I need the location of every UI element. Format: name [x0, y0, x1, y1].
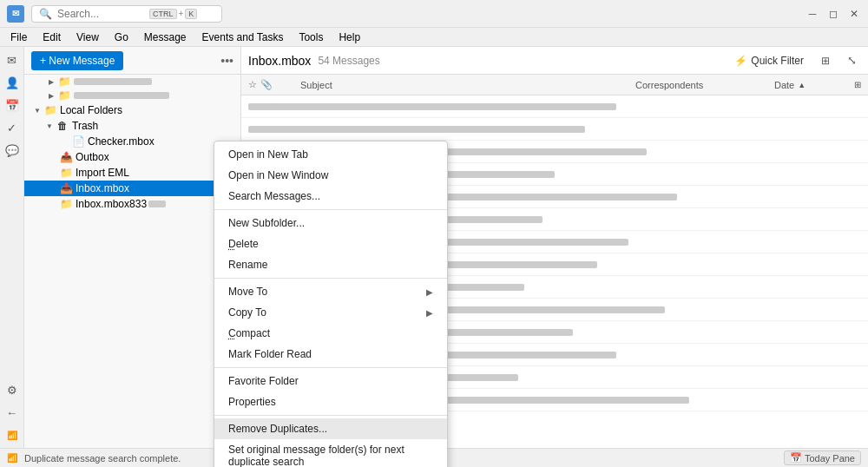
- tree-item-checker[interactable]: 📄 Checker.mbox: [24, 134, 240, 149]
- menu-events[interactable]: Events and Tasks: [195, 30, 291, 45]
- tree-item-blurred1[interactable]: ▶ 📁: [24, 75, 240, 89]
- sort-arrow-icon: ▲: [798, 81, 806, 89]
- attach-col-icon: 📎: [260, 79, 273, 90]
- statusbar-right: 📅 Today Pane: [784, 451, 861, 465]
- row-content: [248, 126, 585, 133]
- ctx-favorite-folder-label: Favorite Folder: [228, 375, 299, 387]
- checker-label: Checker.mbox: [88, 135, 155, 148]
- sidebar-more-icon[interactable]: •••: [220, 54, 233, 68]
- trash-icon: 🗑: [56, 121, 69, 131]
- import-eml-label: Import EML: [76, 167, 129, 179]
- ctx-search-messages[interactable]: Search Messages...: [214, 186, 447, 207]
- menu-tools[interactable]: Tools: [292, 30, 330, 45]
- inbox-icon: 📥: [59, 183, 73, 194]
- address-book-icon[interactable]: 👤: [3, 73, 22, 92]
- import-eml-icon: 📁: [59, 168, 73, 178]
- checker-icon: 📄: [71, 136, 85, 147]
- ctx-copy-to[interactable]: Copy To ▶: [214, 302, 447, 323]
- titlebar-left: ✉ 🔍 CTRL + K: [7, 5, 222, 23]
- signal-icon[interactable]: 📶: [3, 425, 22, 444]
- ctx-delete[interactable]: Delete: [214, 234, 447, 254]
- col-options-icon[interactable]: ⊞: [854, 80, 861, 89]
- menu-file[interactable]: File: [3, 30, 34, 45]
- th-correspondents[interactable]: Correspondents: [635, 80, 774, 90]
- ctx-mark-folder-read[interactable]: Mark Folder Read: [214, 344, 447, 365]
- date-label: Date: [774, 80, 794, 90]
- outbox-icon: 📤: [59, 152, 73, 162]
- ctx-remove-duplicates[interactable]: Remove Duplicates...: [214, 418, 447, 439]
- table-row[interactable]: [241, 95, 868, 118]
- ctx-properties[interactable]: Properties: [214, 391, 447, 412]
- ctx-set-original[interactable]: Set original message folder(s) for next …: [214, 439, 447, 467]
- today-pane-label: Today Pane: [805, 453, 855, 464]
- th-subject[interactable]: Subject: [300, 80, 635, 90]
- blurred-label2: [74, 92, 169, 99]
- today-pane-button[interactable]: 📅 Today Pane: [784, 451, 861, 465]
- new-message-button[interactable]: + New Message: [31, 51, 123, 70]
- sidebar: + New Message ••• ▶ 📁 ▶ 📁 ▼ 📁 Local Fold…: [24, 47, 241, 448]
- context-menu: Open in New Tab Open in New Window Searc…: [214, 141, 448, 467]
- restore-icon[interactable]: ◻: [826, 7, 840, 21]
- quick-filter-button[interactable]: ⚡ Quick Filter: [729, 53, 809, 69]
- quick-filter-label: Quick Filter: [751, 55, 804, 67]
- menu-help[interactable]: Help: [332, 30, 367, 45]
- row-content: [248, 103, 616, 110]
- icon-bar: ✉ 👤 📅 ✓ 💬 ⚙ ← 📶: [0, 47, 24, 448]
- menu-edit[interactable]: Edit: [36, 30, 68, 45]
- th-icons: ☆ 📎: [248, 79, 300, 90]
- tree-item-blurred2[interactable]: ▶ 📁: [24, 89, 240, 102]
- ctx-set-original-label: Set original message folder(s) for next …: [228, 444, 433, 467]
- ctx-move-to-arrow-icon: ▶: [426, 287, 433, 297]
- tree-item-inbox[interactable]: 📥 Inbox.mbox 16: [24, 181, 240, 196]
- tree-item-trash[interactable]: ▼ 🗑 Trash: [24, 118, 240, 134]
- calendar-icon[interactable]: 📅: [3, 95, 22, 115]
- ctx-separator1: [214, 209, 447, 210]
- trash-toggle: ▼: [43, 122, 56, 130]
- tasks-icon[interactable]: ✓: [3, 118, 22, 137]
- sidebar-toolbar: + New Message •••: [24, 47, 240, 75]
- ctx-move-to[interactable]: Move To ▶: [214, 281, 447, 302]
- tree-item-import-eml[interactable]: 📁 Import EML 8: [24, 165, 240, 181]
- ctx-mark-folder-read-label: Mark Folder Read: [228, 348, 312, 360]
- minimize-icon[interactable]: ─: [806, 7, 819, 21]
- mail-icon[interactable]: ✉: [3, 50, 22, 69]
- table-row[interactable]: [241, 118, 868, 141]
- content-toolbar: Inbox.mbox 54 Messages ⚡ Quick Filter ⊞ …: [241, 47, 868, 75]
- outbox-label: Outbox: [76, 151, 109, 163]
- k-key: K: [185, 9, 197, 19]
- close-icon[interactable]: ✕: [847, 7, 861, 21]
- ctx-new-subfolder[interactable]: New Subfolder...: [214, 213, 447, 234]
- menu-go[interactable]: Go: [108, 30, 135, 45]
- tree-item-outbox[interactable]: 📤 Outbox: [24, 149, 240, 165]
- local-folders-label: Local Folders: [60, 104, 122, 116]
- check-col-icon: ☆: [248, 79, 257, 90]
- inbox833-icon: 📁: [59, 199, 73, 209]
- tree-item-local-folders[interactable]: ▼ 📁 Local Folders: [24, 102, 240, 118]
- message-count: 54 Messages: [318, 55, 379, 67]
- table-header: ☆ 📎 Subject Correspondents Date ▲ ⊞: [241, 75, 868, 95]
- chat-icon[interactable]: 💬: [3, 141, 22, 160]
- ctx-open-new-tab[interactable]: Open in New Tab: [214, 144, 447, 165]
- settings-icon[interactable]: ⚙: [3, 380, 22, 399]
- menu-view[interactable]: View: [69, 30, 106, 45]
- ctx-rename[interactable]: Rename: [214, 254, 447, 275]
- blurred-label1: [74, 78, 152, 85]
- search-input[interactable]: [57, 8, 144, 20]
- layout-icon[interactable]: ⊞: [816, 51, 835, 70]
- th-date[interactable]: Date ▲ ⊞: [774, 80, 861, 90]
- back-icon[interactable]: ←: [3, 403, 22, 422]
- ctx-new-subfolder-label: New Subfolder...: [228, 217, 305, 229]
- search-bar[interactable]: 🔍 CTRL + K: [31, 5, 222, 23]
- folder-icon: 📁: [57, 90, 71, 101]
- tree-item-inbox833[interactable]: 📁 Inbox.mbox833: [24, 196, 240, 212]
- search-icon: 🔍: [39, 8, 52, 20]
- search-shortcut: CTRL + K: [149, 9, 197, 19]
- ctx-separator4: [214, 415, 447, 416]
- ctx-compact[interactable]: Compact: [214, 323, 447, 344]
- expand-icon[interactable]: ⤡: [842, 51, 861, 70]
- ctx-open-new-window[interactable]: Open in New Window: [214, 165, 447, 186]
- ctx-move-to-label: Move To: [228, 286, 267, 298]
- ctx-favorite-folder[interactable]: Favorite Folder: [214, 371, 447, 391]
- trash-label: Trash: [72, 120, 98, 132]
- menu-message[interactable]: Message: [137, 30, 194, 45]
